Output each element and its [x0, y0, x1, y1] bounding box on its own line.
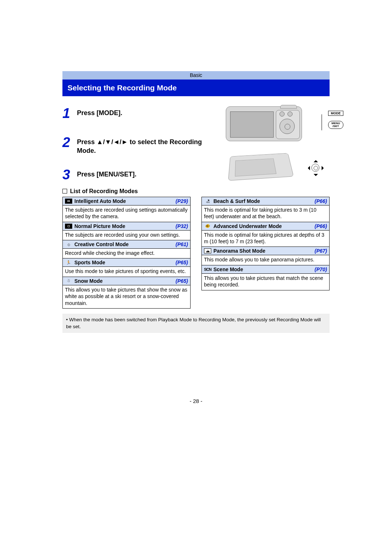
section-label: Basic	[62, 71, 330, 80]
mode-desc: Record while checking the image effect.	[63, 249, 190, 258]
mode-title: Normal Picture Mode	[74, 223, 125, 229]
mode-title: Snow Mode	[74, 278, 103, 284]
mode-desc: This mode allows you to take panorama pi…	[202, 255, 329, 265]
mode-title: Beach & Surf Mode	[213, 198, 260, 204]
step-text: Press [MENU/SET].	[77, 170, 136, 179]
mode-title: Sports Mode	[74, 260, 105, 265]
mode-button-label: MODE	[328, 111, 343, 116]
step-number: 1	[62, 106, 77, 120]
ia-icon: iA	[65, 199, 72, 204]
mode-title: Scene Mode	[213, 266, 243, 272]
beach-icon: 🏖	[204, 199, 211, 204]
page-ref-link[interactable]: (P65)	[176, 260, 188, 265]
page-ref-link[interactable]: (P66)	[315, 198, 327, 204]
menu-set-button-label: MENU /SET	[328, 121, 343, 129]
page-title: Selecting the Recording Mode	[62, 80, 330, 96]
mode-head-underwater: 🐠 Advanced Underwater Mode (P66)	[202, 222, 329, 231]
mode-desc: The subjects are recorded using settings…	[63, 205, 190, 222]
page-ref-link[interactable]: (P65)	[176, 278, 188, 284]
mode-head-sports: 🏃 Sports Mode (P65)	[63, 258, 190, 267]
page-ref-link[interactable]: (P29)	[176, 198, 188, 204]
mode-head-creative: ⦶ Creative Control Mode (P61)	[63, 240, 190, 249]
mode-title: Intelligent Auto Mode	[74, 198, 126, 204]
page-ref-link[interactable]: (P61)	[176, 241, 188, 247]
modes-table: iA Intelligent Auto Mode (P29) The subje…	[62, 197, 330, 309]
page-ref-link[interactable]: (P70)	[315, 266, 327, 272]
panorama-icon: ⛰	[204, 248, 211, 253]
creative-icon: ⦶	[65, 242, 72, 247]
step-number: 3	[62, 168, 77, 182]
mode-desc: This allows you to take pictures that sh…	[63, 285, 190, 308]
snow-icon: ☃	[65, 278, 72, 284]
modes-col-left: iA Intelligent Auto Mode (P29) The subje…	[62, 197, 191, 309]
mode-title: Advanced Underwater Mode	[213, 223, 282, 229]
mode-title: Creative Control Mode	[74, 241, 128, 247]
mode-head-scene: SCN Scene Mode (P70)	[202, 265, 329, 274]
mode-head-beach: 🏖 Beach & Surf Mode (P66)	[202, 197, 329, 205]
mode-head-snow: ☃ Snow Mode (P65)	[63, 277, 190, 285]
mode-desc: Use this mode to take pictures of sporti…	[63, 267, 190, 276]
scene-icon: SCN	[204, 267, 211, 272]
camera-icon: ◻	[65, 224, 72, 229]
sports-icon: 🏃	[65, 260, 72, 265]
mode-desc: The subjects are recorded using your own…	[63, 231, 190, 240]
page-number: - 28 -	[62, 398, 330, 404]
modes-col-right: 🏖 Beach & Surf Mode (P66) This mode is o…	[201, 197, 330, 290]
camera-tilt-illustration	[226, 150, 327, 183]
footer-note: When the mode has been switched from Pla…	[62, 314, 330, 333]
camera-illustration: MODE MENU /SET	[226, 106, 327, 143]
mode-desc: This mode is optimal for taking pictures…	[202, 231, 329, 247]
page-ref-link[interactable]: (P66)	[315, 223, 327, 229]
mode-head-normal: ◻ Normal Picture Mode (P32)	[63, 222, 190, 231]
page-ref-link[interactable]: (P67)	[315, 248, 327, 254]
step-number: 2	[62, 135, 77, 149]
underwater-icon: 🐠	[204, 224, 211, 229]
step-text: Press ▲/▼/◄/► to select the Recording Mo…	[77, 138, 204, 155]
modes-heading: List of Recording Modes	[62, 188, 330, 195]
mode-desc: This mode is optimal for taking pictures…	[202, 205, 329, 222]
page-ref-link[interactable]: (P32)	[176, 223, 188, 229]
mode-head-panorama: ⛰ Panorama Shot Mode (P67)	[202, 247, 329, 255]
step-text: Press [MODE].	[77, 109, 122, 117]
mode-head-ia: iA Intelligent Auto Mode (P29)	[63, 197, 190, 205]
mode-desc: This allows you to take pictures that ma…	[202, 274, 329, 290]
dpad-icon	[306, 158, 326, 178]
mode-title: Panorama Shot Mode	[213, 248, 265, 254]
